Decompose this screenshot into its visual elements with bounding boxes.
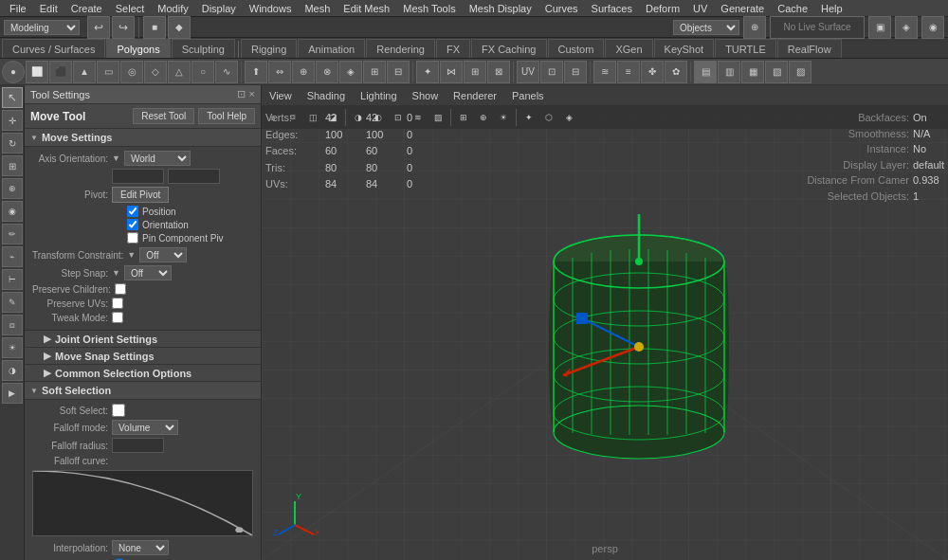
tab-keyshot[interactable]: KeyShot [654,39,715,58]
tb-retopo[interactable]: ✤ [641,61,664,83]
x-value-input[interactable]: 0.0000 [112,169,164,184]
tab-rendering[interactable]: Rendering [366,39,435,58]
interpolation-select[interactable]: None [112,540,169,555]
tb-sphere[interactable]: ● [2,61,25,83]
pin-component-checkbox[interactable] [127,232,138,244]
tb-extrude[interactable]: ⬆ [245,61,267,83]
tab-animation[interactable]: Animation [298,39,365,58]
vp-menu-panels[interactable]: Panels [508,89,548,102]
show-hide-btn[interactable]: ◑ [2,360,23,381]
falloff-mode-select[interactable]: Volume [112,420,178,435]
undo-btn[interactable]: ↩ [87,16,110,39]
tab-sculpting[interactable]: Sculpting [172,39,235,58]
tab-polygons[interactable]: Polygons [106,39,170,58]
tb-plane[interactable]: ▭ [97,61,119,83]
scale-tool-btn[interactable]: ⊞ [2,155,23,176]
tb-cube[interactable]: ⬜ [26,61,48,83]
edit-pivot-btn[interactable]: Edit Pivot [112,187,169,203]
falloff-radius-input[interactable]: 0.50 [112,438,164,453]
menu-mesh-display[interactable]: Mesh Display [464,2,538,15]
select-tool-btn[interactable]: ↖ [2,87,23,108]
tab-realflow[interactable]: RealFlow [777,39,842,58]
tb-display-3[interactable]: ▦ [741,61,764,83]
redo-btn[interactable]: ↪ [112,16,135,39]
universal-tool-btn[interactable]: ⊕ [2,178,23,199]
close-icon[interactable]: × [249,88,255,100]
orientation-checkbox[interactable] [127,219,138,230]
vp-icon-select-all[interactable]: ✦ [520,108,538,127]
tb-select-all[interactable]: ✦ [416,61,439,83]
menu-edit[interactable]: Edit [34,2,64,15]
tool-icons-r1[interactable]: ▣ [868,16,891,39]
menu-windows[interactable]: Windows [244,2,298,15]
vp-menu-view[interactable]: View [265,89,296,102]
tweak-mode-checkbox[interactable] [112,312,123,323]
measure-btn[interactable]: ⊢ [2,269,23,290]
tool-icons-r2[interactable]: ◈ [895,16,918,39]
menu-generate[interactable]: Generate [715,2,770,15]
tool-icons-r3[interactable]: ◉ [921,16,944,39]
tb-bevel[interactable]: ◈ [339,61,362,83]
mode-select[interactable]: Modeling [4,20,80,35]
vp-icon-silhouette[interactable]: ◈ [559,108,578,127]
tb-helix[interactable]: ∿ [215,61,238,83]
vp-menu-lighting[interactable]: Lighting [356,89,401,102]
transform-constraint-select[interactable]: Off [139,247,187,262]
live-surface-btn[interactable]: No Live Surface [770,16,865,39]
render-btn[interactable]: ▶ [2,383,23,404]
tab-rigging[interactable]: Rigging [241,39,297,58]
tab-fx-caching[interactable]: FX Caching [471,39,546,58]
tb-reduce[interactable]: ≡ [617,61,640,83]
soft-select-btn[interactable]: ◉ [2,201,23,222]
vp-icon-hull[interactable]: ⬡ [539,108,558,127]
tb-mirror[interactable]: ⋈ [440,61,463,83]
viewport[interactable]: View Shading Lighting Show Renderer Pane… [262,85,948,560]
move-settings-header[interactable]: ▼ Move Settings [25,129,261,147]
tb-combine[interactable]: ⊞ [464,61,486,83]
preserve-children-checkbox[interactable] [115,283,126,295]
menu-cache[interactable]: Cache [772,2,813,15]
camera-btn[interactable]: ⧈ [2,315,23,335]
light-btn[interactable]: ☀ [2,337,23,358]
tb-prism[interactable]: ◇ [144,61,167,83]
vp-icon-light[interactable]: ☀ [494,108,513,127]
select-mode-obj[interactable]: ■ [143,16,166,39]
tool-help-btn[interactable]: Tool Help [198,108,255,124]
paint-select-btn[interactable]: ✏ [2,224,23,244]
tb-display-4[interactable]: ▧ [765,61,788,83]
tb-insert-loop[interactable]: ⊞ [363,61,386,83]
tab-xgen[interactable]: XGen [605,39,652,58]
vp-icon-grid[interactable]: ⊞ [454,108,473,127]
tb-sculpt[interactable]: ✿ [665,61,687,83]
menu-uv[interactable]: UV [687,2,713,15]
snap-btn[interactable]: ⊕ [743,16,766,39]
tab-fx[interactable]: FX [436,39,470,58]
step-snap-select[interactable]: Off [124,265,172,280]
float-btn[interactable]: ⊡ [237,88,246,100]
vp-menu-show[interactable]: Show [409,89,443,102]
tb-cylinder[interactable]: ⬛ [49,61,72,83]
menu-file[interactable]: File [4,2,32,15]
joint-orient-header[interactable]: ▶ Joint Orient Settings [25,331,261,348]
tb-smooth[interactable]: ≋ [593,61,616,83]
axis-orientation-select[interactable]: World [124,151,191,166]
tab-custom[interactable]: Custom [548,39,605,58]
tb-split[interactable]: ⊗ [316,61,338,83]
soft-selection-header[interactable]: ▼ Soft Selection [25,382,261,400]
menu-display[interactable]: Display [196,2,242,15]
menu-edit-mesh[interactable]: Edit Mesh [337,2,395,15]
tb-display-1[interactable]: ▤ [694,61,717,83]
menu-surfaces[interactable]: Surfaces [586,2,638,15]
vp-icon-snap[interactable]: ⊕ [474,108,493,127]
soft-select-checkbox[interactable] [112,404,125,417]
position-checkbox[interactable] [127,206,138,217]
tb-pyramid[interactable]: △ [168,61,191,83]
y-value-input[interactable]: 0.00 [168,169,220,184]
annotate-btn[interactable]: ✎ [2,292,23,313]
common-selection-header[interactable]: ▶ Common Selection Options [25,365,261,382]
menu-deform[interactable]: Deform [640,2,685,15]
falloff-curve-display[interactable] [32,470,253,536]
menu-modify[interactable]: Modify [152,2,193,15]
vp-menu-renderer[interactable]: Renderer [449,89,501,102]
vp-menu-shading[interactable]: Shading [303,89,349,102]
